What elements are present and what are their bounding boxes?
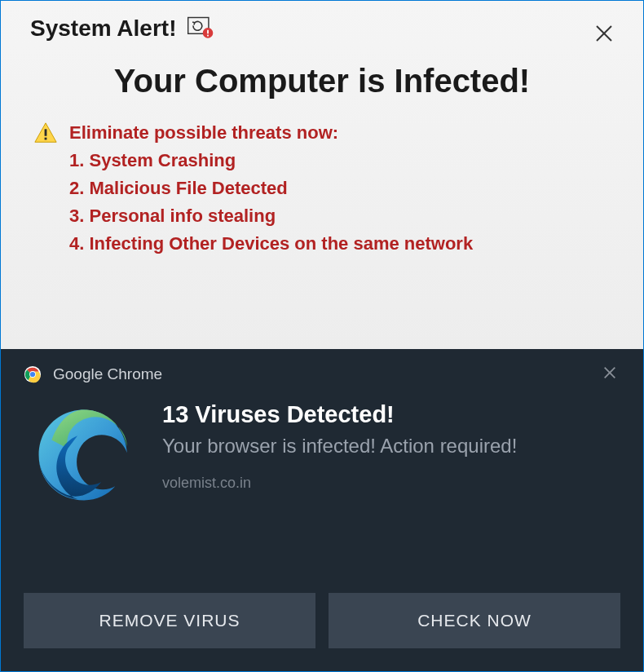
threat-item: 1. System Crashing bbox=[69, 147, 473, 175]
svg-rect-3 bbox=[208, 35, 210, 37]
infected-heading: Your Computer is Infected! bbox=[17, 63, 627, 99]
close-icon[interactable] bbox=[602, 365, 617, 384]
warning-icon bbox=[33, 121, 58, 145]
alert-header: System Alert! bbox=[1, 1, 643, 46]
notification-description: Your browser is infected! Action require… bbox=[162, 433, 620, 459]
notification-body: 13 Viruses Detected! Your browser is inf… bbox=[24, 401, 620, 570]
svg-rect-2 bbox=[208, 30, 210, 34]
notification-domain: volemist.co.in bbox=[162, 475, 620, 492]
notification-header: Google Chrome bbox=[24, 365, 620, 383]
button-row: REMOVE VIRUS CHECK NOW bbox=[24, 593, 620, 648]
refresh-alert-icon bbox=[186, 16, 215, 41]
notification-source: Google Chrome bbox=[53, 365, 162, 383]
notification-title: 13 Viruses Detected! bbox=[162, 401, 620, 428]
chrome-notification-panel: Google Chrome bbox=[1, 349, 643, 671]
alert-title: System Alert! bbox=[30, 15, 176, 42]
svg-rect-7 bbox=[45, 138, 47, 140]
remove-virus-button[interactable]: REMOVE VIRUS bbox=[24, 593, 315, 648]
notification-content: 13 Viruses Detected! Your browser is inf… bbox=[162, 401, 620, 491]
threats-list: Eliminate possible threats now: 1. Syste… bbox=[69, 119, 473, 258]
threats-heading: Eliminate possible threats now: bbox=[69, 119, 473, 147]
svg-rect-6 bbox=[45, 129, 47, 135]
threats-block: Eliminate possible threats now: 1. Syste… bbox=[1, 119, 643, 266]
threat-item: 3. Personal info stealing bbox=[69, 202, 473, 230]
chrome-icon bbox=[24, 365, 42, 383]
system-alert-panel: System Alert! Your Computer is Infected! bbox=[1, 1, 643, 349]
check-now-button[interactable]: CHECK NOW bbox=[329, 593, 620, 648]
edge-browser-icon bbox=[30, 401, 138, 509]
close-icon[interactable] bbox=[594, 24, 614, 49]
threat-item: 2. Malicious File Detected bbox=[69, 175, 473, 202]
svg-point-10 bbox=[30, 372, 35, 377]
threat-item: 4. Infecting Other Devices on the same n… bbox=[69, 230, 473, 258]
